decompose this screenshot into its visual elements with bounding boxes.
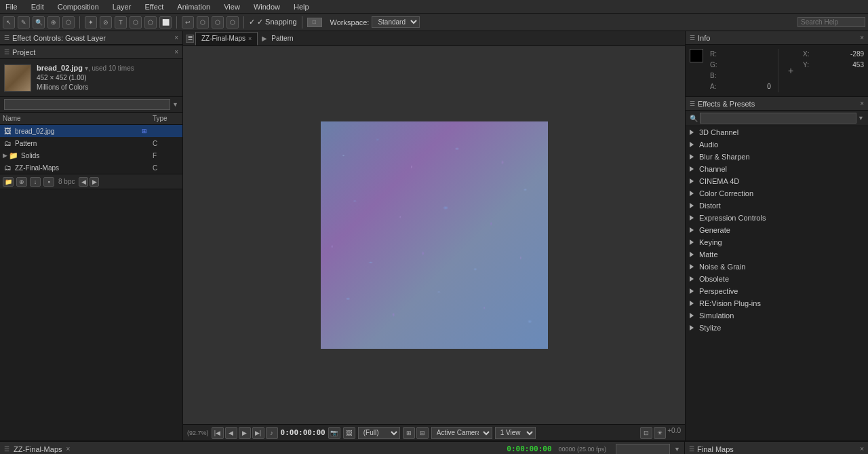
effect-cat-blur[interactable]: Blur & Sharpen (686, 151, 868, 163)
info-panel-close[interactable]: × (860, 34, 864, 41)
comp-panel-menu[interactable]: ☰ (186, 35, 194, 43)
toolbar-btn-7[interactable]: ⊘ (100, 16, 112, 29)
toolbar-btn-9[interactable]: ⬡ (130, 16, 142, 29)
comp-audio-btn[interactable]: ♪ (266, 427, 278, 439)
menu-item-edit[interactable]: Edit (28, 3, 47, 11)
timeline-close[interactable]: × (66, 445, 71, 453)
effect-cat-simulation[interactable]: Simulation (686, 309, 868, 322)
menu-item-effect[interactable]: Effect (142, 3, 166, 11)
toolbar-btn-11[interactable]: ⬜ (159, 16, 172, 29)
comp-prev-btn[interactable]: ◀ (225, 427, 237, 439)
toolbar-btn-12[interactable]: ↩ (182, 16, 194, 29)
effects-panel-close[interactable]: × (860, 100, 864, 107)
comp-quality-select[interactable]: (Full) Half Quarter (358, 427, 400, 439)
file-name-bread: bread_02.jpg (15, 128, 142, 135)
comp-exposure-btn[interactable]: ☀ (654, 427, 666, 439)
file-row-solids[interactable]: ▶ 📁 Solids F (0, 149, 182, 162)
file-row-zzfinal[interactable]: 🗂 ZZ-Final-Maps C (0, 162, 182, 174)
effect-cat-matte[interactable]: Matte (686, 248, 868, 261)
final-maps-close[interactable]: × (860, 445, 864, 453)
effects-menu-btn[interactable]: ☰ (690, 100, 695, 107)
comp-tab-name: ZZ-Final-Maps (201, 35, 245, 42)
effects-search-opts[interactable]: ▼ (858, 115, 864, 121)
timeline-search-input[interactable] (616, 444, 670, 455)
toolbar-btn-13[interactable]: ⬡ (197, 16, 209, 29)
snapping-toggle[interactable]: ✓ ✓ Snapping (249, 18, 297, 26)
file-row-bread[interactable]: 🖼 bread_02.jpg ⊞ (0, 125, 182, 137)
comp-show-snapshot-btn[interactable]: 🖼 (343, 427, 355, 439)
import-btn[interactable]: ↓ (30, 177, 41, 187)
composition-view[interactable] (183, 46, 685, 424)
menu-item-animation[interactable]: Animation (174, 3, 213, 11)
project-search-options[interactable]: ▼ (172, 101, 178, 108)
project-panel-close[interactable]: × (174, 48, 178, 56)
panel-menu-btn[interactable]: ☰ (4, 35, 9, 41)
effect-cat-perspective[interactable]: Perspective (686, 285, 868, 297)
effect-cat-cinema4d[interactable]: CINEMA 4D (686, 175, 868, 187)
comp-tab-close[interactable]: × (248, 35, 252, 42)
project-search-input[interactable] (4, 99, 170, 110)
search-help-input[interactable] (797, 17, 865, 27)
effect-cat-generate[interactable]: Generate (686, 224, 868, 236)
play-btn[interactable]: ▶ (90, 177, 99, 187)
toolbar-btn-15[interactable]: ⬡ (226, 16, 239, 29)
effect-controls-close[interactable]: × (174, 34, 178, 41)
menu-item-file[interactable]: File (3, 3, 20, 11)
menu-item-window[interactable]: Window (251, 3, 283, 11)
comp-current-time[interactable]: 0:00:00:00 (281, 428, 326, 437)
comp-next-btn[interactable]: ▶| (252, 427, 264, 439)
comp-play-btn[interactable]: ▶ (239, 427, 251, 439)
workspace-select[interactable]: Standard (372, 16, 420, 28)
file-row-pattern[interactable]: 🗂 Pattern C (0, 137, 182, 149)
menu-item-help[interactable]: Help (291, 3, 312, 11)
menu-item-view[interactable]: View (221, 3, 243, 11)
new-item-btn[interactable]: ⊕ (16, 177, 27, 187)
left-panel: ☰ Effect Controls: Goast Layer × ☰ Proje… (0, 31, 183, 440)
comp-tab-zzfinalmaps[interactable]: ZZ-Final-Maps × (195, 32, 258, 45)
new-comp-btn[interactable]: ▪ (43, 177, 54, 187)
comp-first-btn[interactable]: |◀ (212, 427, 224, 439)
menu-item-layer[interactable]: Layer (110, 3, 134, 11)
effect-cat-3dchannel[interactable]: 3D Channel (686, 126, 868, 138)
effect-cat-colorcorrection[interactable]: Color Correction (686, 187, 868, 200)
bit-depth-label[interactable]: 8 bpc (58, 178, 75, 185)
toolbar-btn-8[interactable]: T (115, 16, 127, 29)
toolbar-btn-3[interactable]: 🔍 (33, 16, 45, 29)
info-menu-btn[interactable]: ☰ (690, 35, 695, 41)
effect-cat-noise[interactable]: Noise & Grain (686, 261, 868, 273)
toolbar-btn-14[interactable]: ⬡ (212, 16, 224, 29)
effect-cat-keying[interactable]: Keying (686, 236, 868, 248)
comp-guides-btn[interactable]: ⊟ (416, 427, 429, 439)
toolbar-btn-4[interactable]: ⊕ (47, 16, 60, 29)
comp-reset-btn[interactable]: ⊡ (640, 427, 652, 439)
timeline-menu-btn[interactable]: ☰ (4, 446, 9, 453)
effect-cat-audio[interactable]: Audio (686, 138, 868, 151)
new-folder-btn[interactable]: 📁 (3, 177, 14, 187)
file-type-solids: F (153, 152, 180, 159)
project-menu-btn[interactable]: ☰ (4, 49, 9, 56)
comp-camera-select[interactable]: Active Camera (431, 427, 492, 439)
effect-cat-obsolete[interactable]: Obsolete (686, 273, 868, 285)
toolbar-btn-10[interactable]: ⬠ (144, 16, 157, 29)
prev-frame-btn[interactable]: ◀ (79, 177, 88, 187)
comp-view-select[interactable]: 1 View (495, 427, 536, 439)
final-maps-menu-btn[interactable]: ☰ (689, 446, 694, 453)
effect-cat-revision[interactable]: RE:Vision Plug-ins (686, 297, 868, 309)
comp-zoom-label[interactable]: (92.7%) (187, 430, 209, 436)
effect-cat-expression[interactable]: Expression Controls (686, 212, 868, 224)
effects-search-input[interactable] (700, 113, 856, 124)
toolbar-btn-6[interactable]: ✦ (85, 16, 97, 29)
display-btn[interactable]: ⊡ (307, 18, 322, 27)
timeline-search-opts[interactable]: ▼ (674, 446, 680, 453)
comp-snapshot-btn[interactable]: 📷 (328, 427, 340, 439)
comp-breadcrumb-pattern[interactable]: Pattern (271, 35, 293, 42)
effect-cat-stylize[interactable]: Stylize (686, 322, 868, 334)
toolbar-btn-2[interactable]: ✎ (18, 16, 30, 29)
timeline-current-time[interactable]: 0:00:00:00 (507, 444, 551, 453)
menu-item-composition[interactable]: Composition (55, 3, 102, 11)
toolbar-btn-5[interactable]: ⬡ (62, 16, 75, 29)
comp-grid-btn[interactable]: ⊞ (403, 427, 415, 439)
effect-cat-distort[interactable]: Distort (686, 200, 868, 212)
toolbar-btn-1[interactable]: ↖ (3, 16, 15, 29)
effect-cat-channel[interactable]: Channel (686, 163, 868, 175)
